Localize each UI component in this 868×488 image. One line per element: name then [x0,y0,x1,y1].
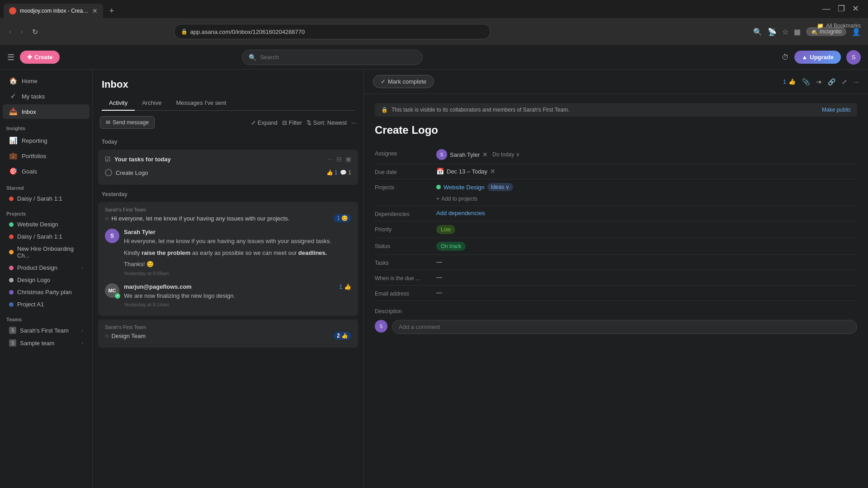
priority-row: Priority Low [375,221,857,238]
ideas-chip[interactable]: Ideas ∨ [487,183,513,191]
reporting-icon: 📊 [9,136,17,145]
comment-badge[interactable]: 💬 1 [340,169,351,176]
extensions-icon[interactable]: ▦ [794,28,801,36]
new-tab-btn[interactable]: + [105,4,118,18]
remove-due-btn[interactable]: ✕ [490,168,495,175]
status-chip[interactable]: On track [436,242,466,251]
cast-icon[interactable]: 📡 [768,28,777,36]
card-bookmark-icon[interactable]: ⊟ [336,155,342,163]
add-dependencies-btn[interactable]: Add dependencies [436,210,485,216]
teams-section-title: Teams [0,312,92,324]
sidebar-item-my-tasks[interactable]: ✓ My tasks [3,89,90,103]
search-icon: 🔍 [249,54,256,61]
email-row: Email address — [375,286,857,301]
bookmarks-icon: 📁 [817,23,824,29]
address-bar[interactable]: 🔒 app.asana.com/0/inbox/1206160204288770 [174,24,491,39]
bookmark-icon[interactable]: ☆ [782,28,788,36]
share-icon[interactable]: ⇥ [816,78,821,85]
design-circle-icon: ○ [105,332,108,339]
sidebar-item-christmas-party[interactable]: Christmas Party plan [3,286,90,298]
sidebar-item-home[interactable]: 🏠 Home [3,74,90,88]
design-like-icon: 👍 [341,333,348,339]
comment-input[interactable] [392,320,857,334]
create-button[interactable]: ✚ Create [20,51,60,64]
sidebar-item-sarahs-first-team[interactable]: S Sarah's First Team › [3,324,90,336]
search-input[interactable] [260,54,416,61]
sidebar-item-daisy-sarah-proj[interactable]: Daisy / Sarah 1:1 [3,231,90,242]
assignee-row: Assignee S Sarah Tyler ✕ Do today ∨ [375,145,857,164]
sidebar-item-new-hire[interactable]: New Hire Onboarding Ch... [3,243,90,261]
tab-archive[interactable]: Archive [135,96,169,111]
sidebar-item-project-a1[interactable]: Project A1 [3,299,90,310]
attachment-icon[interactable]: 📎 [802,78,810,85]
due-reminder-value: — [436,274,442,281]
sort-btn[interactable]: ⇅ Sort: Newest [307,119,347,126]
minimize-btn[interactable]: — [822,4,830,14]
maximize-btn[interactable]: ❐ [838,4,845,14]
like-badge[interactable]: 👍 1 [326,169,338,176]
msg-text-bold: Kindly raise the problem as early as pos… [124,249,351,258]
inbox-toolbar: ✉ Send message ⤢ Expand ⊟ Filter ⇅ Sort:… [93,111,363,134]
task-row-create-logo[interactable]: Create Logo 👍 1 💬 1 [105,166,351,179]
filter-btn[interactable]: ⊟ Filter [282,119,302,126]
forward-btn[interactable]: › [19,26,24,38]
notification-num: 1 [337,215,340,221]
send-message-btn[interactable]: ✉ Send message [100,116,155,129]
card-check-icon[interactable]: ▣ [345,155,351,163]
tab-close-btn[interactable]: ✕ [92,7,98,14]
mark-complete-btn[interactable]: ✓ Mark complete [373,75,434,88]
detail-more-icon[interactable]: ··· [854,78,859,85]
do-today-btn[interactable]: Do today ∨ [492,151,519,158]
bookmarks-bar: 📁 All Bookmarks [817,23,861,29]
sidebar-item-design-logo[interactable]: Design Logo [3,274,90,286]
sidebar-item-portfolios[interactable]: 💼 Portfolios [3,149,90,163]
upgrade-button[interactable]: ▲ Upgrade [794,51,841,64]
msg-circle-icon: ○ [105,215,108,222]
back-btn[interactable]: ‹ [7,26,13,38]
remove-assignee-btn[interactable]: ✕ [482,151,488,158]
close-window-btn[interactable]: ✕ [852,4,859,14]
sidebar-item-website-design[interactable]: Website Design [3,219,90,230]
search-nav-icon[interactable]: 🔍 [753,28,762,36]
team-icon: S [9,327,16,334]
filter-icon: ⊟ [282,119,287,126]
sidebar-item-reporting[interactable]: 📊 Reporting [3,133,90,148]
active-tab[interactable]: moodjoy.com inbox - Create Lo... ✕ [4,4,103,18]
inbox-scroll[interactable]: Today ☑ Your tasks for today ··· ⊟ ▣ Cre… [93,134,363,488]
tab-activity[interactable]: Activity [102,96,135,111]
status-value: On track [436,242,466,251]
search-bar[interactable]: 🔍 [242,50,423,65]
toolbar-right: ⤢ Expand ⊟ Filter ⇅ Sort: Newest ··· [251,119,356,126]
expand-icon[interactable]: ⤢ [842,78,847,85]
msg-text: Hi everyone, let me know if you are havi… [124,237,351,246]
assignee-value: S Sarah Tyler ✕ Do today ∨ [436,149,520,160]
user-avatar[interactable]: S [846,50,861,65]
sidebar-item-sample-team[interactable]: S Sample team › [3,337,90,349]
sidebar-toggle-btn[interactable]: ☰ [7,52,14,62]
link-icon[interactable]: 🔗 [828,78,835,85]
sidebar-item-inbox[interactable]: 📥 Inbox [3,104,90,119]
sidebar: 🏠 Home ✓ My tasks 📥 Inbox Insights 📊 Rep… [0,70,93,488]
reload-btn[interactable]: ↻ [30,26,40,38]
detail-title[interactable]: Create Logo [375,124,857,136]
inbox-tabs: Activity Archive Messages I've sent [102,96,354,111]
tab-messages-sent[interactable]: Messages I've sent [169,96,234,111]
timer-icon[interactable]: ⏱ [782,53,789,61]
sidebar-item-goals[interactable]: 🎯 Goals [3,164,90,178]
marjun-like[interactable]: 1 👍 [339,283,351,308]
priority-chip[interactable]: Low [436,225,455,234]
sidebar-item-daisy-sarah-starred[interactable]: Daisy / Sarah 1:1 [3,193,90,204]
tasks-today-card[interactable]: ☑ Your tasks for today ··· ⊟ ▣ Create Lo… [98,150,358,185]
design-team-card[interactable]: Sarah's First Team ○ Design Team 2 👍 [98,319,358,347]
add-to-projects-btn[interactable]: + Add to projects [436,196,513,202]
make-public-btn[interactable]: Make public [822,107,851,113]
sidebar-item-product-design[interactable]: Product Design › [3,262,90,273]
sarahs-message-card[interactable]: Sarah's First Team ○ Hi everyone, let me… [98,202,358,316]
task-checkbox[interactable] [105,169,112,176]
card-more-icon[interactable]: ··· [327,155,333,163]
expand-btn[interactable]: ⤢ Expand [251,119,278,126]
like-count[interactable]: 1 👍 [783,78,796,85]
chevron-down-icon: ∨ [505,184,509,190]
comment-avatar: S [375,320,387,333]
more-options-btn[interactable]: ··· [351,119,356,126]
